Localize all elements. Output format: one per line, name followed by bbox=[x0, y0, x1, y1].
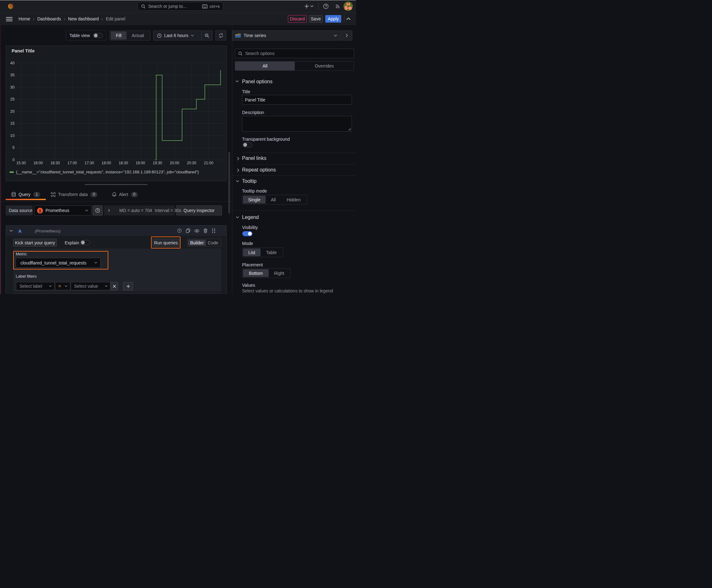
svg-text:17:30: 17:30 bbox=[84, 161, 94, 165]
svg-text:5: 5 bbox=[13, 145, 15, 150]
svg-text:18:30: 18:30 bbox=[118, 161, 128, 165]
svg-text:19:00: 19:00 bbox=[136, 161, 145, 165]
svg-text:0: 0 bbox=[13, 158, 15, 162]
svg-text:21:00: 21:00 bbox=[204, 161, 213, 165]
svg-text:15:30: 15:30 bbox=[16, 161, 26, 165]
svg-text:20: 20 bbox=[10, 109, 15, 114]
svg-text:10: 10 bbox=[10, 133, 15, 138]
svg-text:19:30: 19:30 bbox=[153, 161, 162, 165]
svg-text:16:00: 16:00 bbox=[33, 161, 43, 165]
svg-text:30: 30 bbox=[10, 85, 15, 89]
svg-text:18:00: 18:00 bbox=[102, 161, 111, 165]
svg-text:20:00: 20:00 bbox=[170, 161, 179, 165]
svg-text:15: 15 bbox=[10, 121, 15, 126]
svg-text:16:30: 16:30 bbox=[50, 161, 60, 165]
svg-text:17:00: 17:00 bbox=[67, 161, 77, 165]
svg-text:35: 35 bbox=[10, 73, 15, 77]
svg-text:25: 25 bbox=[10, 97, 15, 102]
svg-text:40: 40 bbox=[10, 61, 15, 65]
svg-text:20:30: 20:30 bbox=[187, 161, 196, 165]
